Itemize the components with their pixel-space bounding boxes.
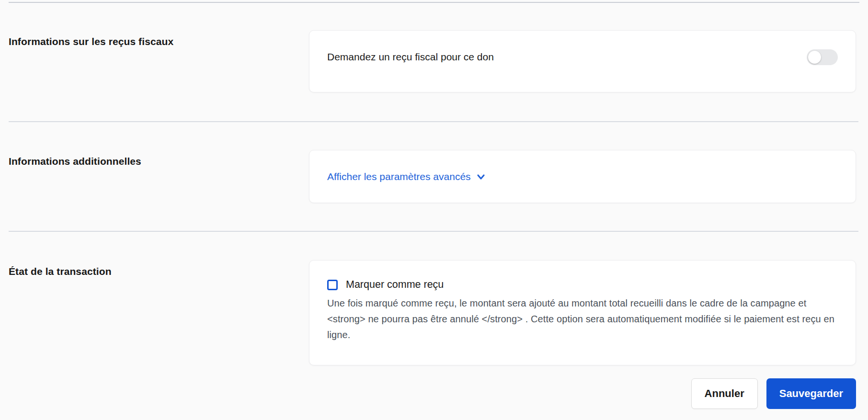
section-title-transaction-state: État de la transaction: [9, 260, 309, 365]
mark-as-received-description: Une fois marqué comme reçu, le montant s…: [327, 295, 838, 343]
toggle-knob-icon: [808, 51, 821, 64]
transaction-state-card: Marquer comme reçu Une fois marqué comme…: [309, 260, 856, 365]
section-title-tax-receipts: Informations sur les reçus fiscaux: [9, 30, 309, 92]
form-actions: Annuler Sauvegarder: [0, 378, 868, 409]
tax-receipt-toggle[interactable]: [807, 49, 838, 65]
mark-as-received-checkbox[interactable]: [327, 280, 338, 290]
section-additional-info: Informations additionnelles Afficher les…: [0, 150, 868, 203]
section-divider: [9, 121, 858, 122]
tax-receipt-toggle-row: Demandez un reçu fiscal pour ce don: [327, 49, 838, 65]
mark-as-received-row: Marquer comme reçu: [327, 279, 838, 291]
section-transaction-state: État de la transaction Marquer comme reç…: [0, 260, 868, 365]
mark-as-received-label: Marquer comme reçu: [346, 279, 444, 291]
save-button[interactable]: Sauvegarder: [766, 378, 856, 409]
additional-info-card: Afficher les paramètres avancés: [309, 150, 856, 203]
section-tax-receipts: Informations sur les reçus fiscaux Deman…: [0, 30, 868, 92]
show-advanced-settings-link[interactable]: Afficher les paramètres avancés: [327, 171, 486, 182]
section-title-additional-info: Informations additionnelles: [9, 150, 309, 203]
section-divider: [9, 231, 858, 232]
tax-receipt-toggle-label: Demandez un reçu fiscal pour ce don: [327, 51, 494, 63]
top-divider: [9, 2, 859, 3]
tax-receipt-card: Demandez un reçu fiscal pour ce don: [309, 30, 856, 92]
chevron-down-icon: [476, 172, 486, 182]
cancel-button[interactable]: Annuler: [691, 378, 758, 409]
show-advanced-settings-label: Afficher les paramètres avancés: [327, 171, 471, 182]
